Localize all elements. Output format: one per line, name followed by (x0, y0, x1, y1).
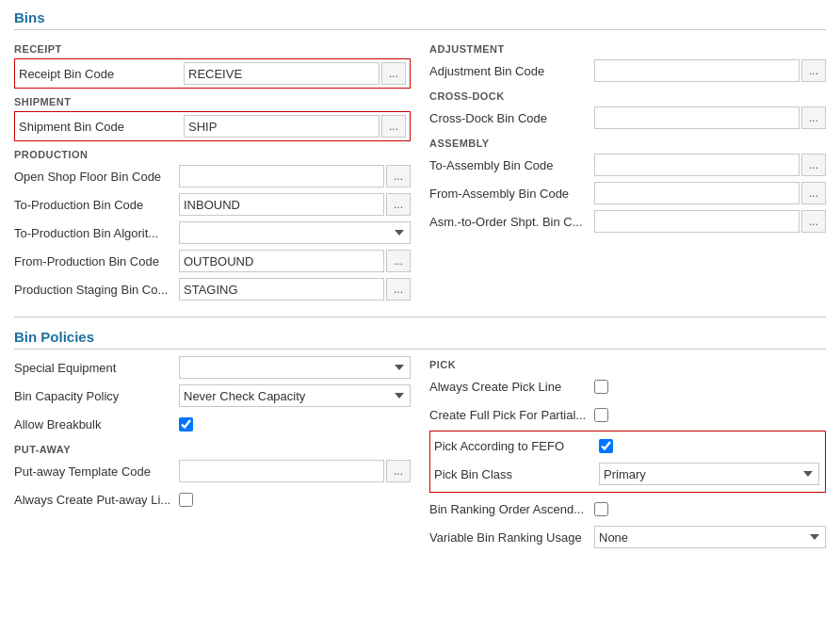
receipt-bin-code-input-wrap: ... (184, 62, 406, 85)
from-production-btn[interactable]: ... (386, 250, 411, 272)
allow-breakbulk-checkbox[interactable] (179, 417, 193, 431)
from-production-input-wrap: ... (179, 250, 411, 272)
shipment-bin-code-btn[interactable]: ... (381, 115, 406, 138)
cross-dock-bin-code-input[interactable] (594, 106, 800, 129)
pick-according-fefo-checkbox-wrap (599, 439, 613, 453)
to-production-algo-select[interactable] (179, 221, 411, 244)
cross-dock-label: CROSS-DOCK (429, 90, 826, 102)
to-assembly-row: To-Assembly Bin Code ... (429, 153, 826, 177)
put-away-template-label: Put-away Template Code (14, 464, 179, 479)
production-staging-btn[interactable]: ... (386, 278, 411, 301)
special-equipment-row: Special Equipment (14, 355, 411, 380)
variable-bin-ranking-row: Variable Bin Ranking Usage None Ascendin… (429, 525, 826, 549)
open-shop-floor-label: Open Shop Floor Bin Code (14, 170, 179, 184)
allow-breakbulk-row: Allow Breakbulk (14, 412, 411, 436)
from-production-label: From-Production Bin Code (14, 254, 179, 269)
special-equipment-select[interactable] (179, 356, 411, 379)
to-production-input-wrap: ... (179, 193, 411, 216)
always-create-pick-row: Always Create Pick Line (429, 374, 826, 399)
open-shop-floor-input[interactable] (179, 165, 384, 187)
to-production-row: To-Production Bin Code ... (14, 192, 411, 217)
asm-to-order-btn[interactable]: ... (801, 210, 826, 233)
shipment-bin-code-label: Shipment Bin Code (19, 120, 184, 134)
asm-to-order-row: Asm.-to-Order Shpt. Bin C... ... (429, 209, 826, 234)
to-production-input[interactable] (179, 193, 384, 216)
shipment-label: SHIPMENT (14, 96, 411, 107)
from-production-input[interactable] (179, 250, 384, 272)
always-create-put-away-row: Always Create Put-away Li... (14, 487, 411, 512)
pick-fefo-bin-class-group: Pick According to FEFO Pick Bin Class Pr… (429, 431, 826, 493)
from-assembly-btn[interactable]: ... (801, 182, 826, 204)
production-staging-input[interactable] (179, 278, 384, 301)
open-shop-floor-input-wrap: ... (179, 165, 411, 187)
adjustment-bin-code-btn[interactable]: ... (801, 59, 826, 82)
to-assembly-btn[interactable]: ... (801, 154, 826, 176)
adjustment-bin-code-input[interactable] (594, 59, 800, 82)
put-away-section-label: PUT-AWAY (14, 444, 411, 455)
bin-policies-section-title: Bin Policies (14, 329, 826, 350)
create-full-pick-row: Create Full Pick For Partial... (429, 402, 826, 427)
bins-section-title: Bins (14, 9, 826, 30)
production-staging-input-wrap: ... (179, 278, 411, 301)
bin-capacity-policy-input-wrap: Never Check Capacity Allow Exceed Capaci… (179, 384, 411, 407)
asm-to-order-label: Asm.-to-Order Shpt. Bin C... (429, 215, 594, 229)
bin-ranking-order-label: Bin Ranking Order Ascend... (429, 502, 594, 516)
create-full-pick-checkbox-wrap (594, 408, 608, 422)
from-production-row: From-Production Bin Code ... (14, 249, 411, 273)
asm-to-order-input[interactable] (594, 210, 800, 233)
production-label: PRODUCTION (14, 149, 411, 160)
to-assembly-input[interactable] (594, 154, 800, 176)
always-create-put-away-checkbox[interactable] (179, 493, 193, 507)
receipt-bin-code-btn[interactable]: ... (381, 62, 406, 85)
production-staging-row: Production Staging Bin Co... ... (14, 277, 411, 301)
open-shop-floor-btn[interactable]: ... (386, 165, 411, 187)
pick-according-fefo-checkbox[interactable] (599, 439, 613, 453)
variable-bin-ranking-label: Variable Bin Ranking Usage (429, 530, 594, 545)
pick-bin-class-label: Pick Bin Class (434, 467, 599, 481)
receipt-bin-code-input[interactable] (184, 62, 380, 85)
always-create-pick-checkbox[interactable] (594, 380, 608, 394)
pick-bin-class-input-wrap: Primary Secondary Bulk (599, 463, 819, 485)
variable-bin-ranking-select[interactable]: None Ascending Descending (594, 526, 826, 548)
shipment-bin-code-input[interactable] (184, 115, 380, 138)
page-container: Bins RECEIPT Receipt Bin Code ... SHIPME… (0, 0, 840, 635)
bins-left-col: RECEIPT Receipt Bin Code ... SHIPMENT Sh… (14, 36, 411, 305)
put-away-template-input-wrap: ... (179, 460, 411, 482)
bin-ranking-order-checkbox[interactable] (594, 502, 608, 516)
production-staging-label: Production Staging Bin Co... (14, 283, 179, 297)
create-full-pick-label: Create Full Pick For Partial... (429, 408, 594, 422)
variable-bin-ranking-input-wrap: None Ascending Descending (594, 526, 826, 548)
from-assembly-row: From-Assembly Bin Code ... (429, 181, 826, 205)
special-equipment-label: Special Equipment (14, 361, 179, 375)
adjustment-bin-code-label: Adjustment Bin Code (429, 64, 594, 78)
adjustment-bin-code-row: Adjustment Bin Code ... (429, 58, 826, 83)
from-assembly-input-wrap: ... (594, 182, 826, 204)
from-assembly-input[interactable] (594, 182, 800, 204)
create-full-pick-checkbox[interactable] (594, 408, 608, 422)
to-production-algo-label: To-Production Bin Algorit... (14, 226, 179, 240)
to-production-algo-input-wrap (179, 221, 411, 244)
pick-bin-class-row: Pick Bin Class Primary Secondary Bulk (434, 462, 819, 486)
from-assembly-label: From-Assembly Bin Code (429, 187, 594, 201)
bin-capacity-policy-label: Bin Capacity Policy (14, 389, 179, 403)
always-create-put-away-checkbox-wrap (179, 493, 193, 507)
put-away-template-row: Put-away Template Code ... (14, 459, 411, 483)
bin-policies-left-col: Special Equipment Bin Capacity Policy Ne… (14, 355, 411, 553)
asm-to-order-input-wrap: ... (594, 210, 826, 233)
cross-dock-bin-code-btn[interactable]: ... (801, 106, 826, 129)
bins-two-col: RECEIPT Receipt Bin Code ... SHIPMENT Sh… (14, 36, 826, 305)
bin-capacity-policy-select[interactable]: Never Check Capacity Allow Exceed Capaci… (179, 384, 411, 407)
bin-ranking-order-row: Bin Ranking Order Ascend... (429, 497, 826, 521)
cross-dock-bin-code-label: Cross-Dock Bin Code (429, 111, 594, 125)
bin-capacity-policy-row: Bin Capacity Policy Never Check Capacity… (14, 383, 411, 408)
put-away-template-btn[interactable]: ... (386, 460, 411, 482)
shipment-bin-code-row: Shipment Bin Code ... (14, 111, 411, 141)
to-production-btn[interactable]: ... (386, 193, 411, 216)
receipt-bin-code-label: Receipt Bin Code (19, 67, 184, 81)
put-away-template-input[interactable] (179, 460, 384, 482)
always-create-put-away-label: Always Create Put-away Li... (14, 493, 179, 507)
cross-dock-bin-code-input-wrap: ... (594, 106, 826, 129)
cross-dock-bin-code-row: Cross-Dock Bin Code ... (429, 106, 826, 130)
allow-breakbulk-checkbox-wrap (179, 417, 193, 431)
pick-bin-class-select[interactable]: Primary Secondary Bulk (599, 463, 819, 485)
